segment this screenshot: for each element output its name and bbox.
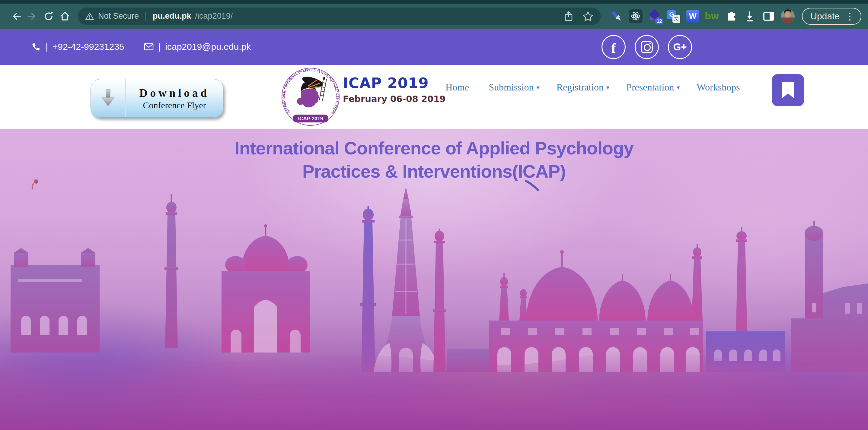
social-links: f G+ — [601, 35, 692, 59]
flyer-button-text: Download Conference Flyer — [126, 87, 223, 110]
phone-separator: | — [45, 42, 48, 52]
browser-tab-strip — [0, 0, 868, 4]
not-secure-warning-icon — [85, 12, 94, 21]
icap-logo-graphic: INTERNATIONAL CONFERENCE OF APPLIED PSYC… — [281, 68, 340, 126]
caret-down-icon: ▾ — [606, 84, 609, 91]
purple-diamond-extension-icon[interactable]: 12 — [648, 9, 661, 23]
download-arrow-icon — [100, 88, 117, 109]
reload-button[interactable] — [40, 8, 57, 25]
google-plus-link[interactable]: G+ — [668, 35, 692, 59]
caret-down-icon: ▾ — [537, 84, 539, 91]
update-button[interactable]: Update ⋮ — [802, 8, 861, 25]
bookmark-button[interactable] — [772, 74, 804, 106]
color-picker-extension-icon[interactable] — [610, 9, 623, 23]
caret-down-icon: ▾ — [677, 84, 680, 91]
nav-label: Registration — [557, 82, 603, 93]
reload-icon — [42, 10, 55, 23]
translate-char-glyph: 文 — [673, 15, 680, 23]
main-navigation: Home Submission▾ Registration▾ Presentat… — [445, 79, 743, 96]
phone-icon — [31, 42, 41, 52]
browser-menu-icon[interactable]: ⋮ — [845, 11, 855, 21]
email-address[interactable]: icap2019@pu.edu.pk — [165, 42, 251, 52]
react-atom-icon — [629, 9, 643, 23]
extensions-area: 12 G 文 W bw — [610, 9, 795, 23]
hero-banner: International Conference of Applied Psyc… — [0, 129, 868, 430]
forward-arrow-icon — [26, 10, 39, 23]
word-extension-icon[interactable]: W — [686, 9, 700, 23]
icap-logo[interactable]: INTERNATIONAL CONFERENCE OF APPLIED PSYC… — [281, 68, 340, 126]
extension-badge: 12 — [655, 19, 663, 25]
bookmark-icon — [782, 82, 794, 98]
update-label: Update — [810, 11, 840, 22]
nav-item-presentation[interactable]: Presentation▾ — [626, 82, 680, 93]
bitwarden-extension-icon[interactable]: bw — [705, 9, 719, 23]
nav-item-workshops[interactable]: Workshops — [696, 82, 742, 93]
forward-button[interactable] — [24, 8, 40, 25]
browser-chrome: Not Secure pu.edu.pk /icap2019/ 12 — [0, 0, 868, 29]
nav-item-home[interactable]: Home — [445, 82, 472, 93]
hero-title-line2: Practices & Interventions(ICAP) — [0, 160, 868, 183]
site-date: February 06-08 2019 — [343, 94, 445, 104]
site-title: ICAP 2019 — [343, 74, 445, 91]
security-label: Not Secure — [98, 11, 139, 21]
instagram-icon — [641, 41, 653, 53]
home-icon — [58, 10, 71, 23]
browser-toolbar: Not Secure pu.edu.pk /icap2019/ 12 — [0, 4, 868, 29]
lahore-skyline-illustration — [0, 177, 868, 430]
instagram-link[interactable] — [635, 35, 659, 59]
hero-title-line1: International Conference of Applied Psyc… — [0, 137, 868, 160]
share-icon[interactable] — [563, 10, 574, 22]
google-translate-extension-icon[interactable]: G 文 — [667, 9, 681, 23]
hero-title: International Conference of Applied Psyc… — [0, 137, 868, 183]
eyedropper-icon — [610, 10, 623, 23]
url-domain: pu.edu.pk — [153, 11, 191, 21]
download-icon — [743, 10, 756, 23]
w-icon: W — [686, 10, 699, 23]
avatar-photo — [781, 9, 795, 23]
nav-label: Workshops — [696, 82, 740, 93]
url-path: /icap2019/ — [195, 11, 233, 21]
downloads-button[interactable] — [743, 9, 756, 23]
side-panel-icon — [762, 10, 775, 23]
address-divider — [146, 12, 146, 21]
nav-label: Presentation — [626, 82, 674, 93]
site-brand: ICAP 2019 February 06-08 2019 — [343, 74, 445, 104]
nav-label: Home — [445, 82, 469, 93]
logo-badge-text: ICAP 2019 — [298, 116, 323, 122]
diamond-icon: 12 — [648, 10, 661, 23]
nav-item-registration[interactable]: Registration▾ — [557, 82, 609, 93]
contact-topbar: | +92-42-99231235 | icap2019@pu.edu.pk f… — [0, 29, 868, 65]
phone-number[interactable]: +92-42-99231235 — [53, 42, 124, 52]
facebook-link[interactable]: f — [601, 35, 626, 59]
back-arrow-icon — [9, 10, 23, 23]
flyer-line2: Conference Flyer — [126, 100, 223, 110]
flyer-line1: Download — [126, 87, 223, 100]
download-flyer-button[interactable]: Download Conference Flyer — [91, 79, 223, 118]
back-button[interactable] — [8, 8, 24, 25]
profile-avatar[interactable] — [781, 9, 795, 23]
extensions-menu-button[interactable] — [724, 9, 738, 23]
puzzle-piece-icon — [724, 10, 737, 23]
bw-icon: bw — [705, 11, 719, 22]
react-devtools-extension-icon[interactable] — [629, 9, 643, 23]
facebook-icon: f — [611, 40, 616, 56]
site-header: Download Conference Flyer INTERNATIONAL … — [0, 65, 868, 129]
nav-label: Submission — [489, 82, 534, 93]
bookmark-star-icon[interactable] — [583, 11, 593, 22]
flyer-arrow-zone — [91, 79, 126, 117]
email-separator: | — [158, 42, 161, 52]
home-button[interactable] — [57, 8, 73, 25]
translate-icon: G 文 — [667, 10, 680, 23]
contact-info: | +92-42-99231235 | icap2019@pu.edu.pk — [31, 29, 251, 65]
nav-item-submission[interactable]: Submission▾ — [489, 82, 539, 93]
email-icon — [144, 42, 154, 51]
google-plus-icon: G+ — [673, 41, 687, 53]
side-panel-button[interactable] — [762, 9, 776, 23]
address-bar[interactable]: Not Secure pu.edu.pk /icap2019/ — [78, 7, 600, 25]
